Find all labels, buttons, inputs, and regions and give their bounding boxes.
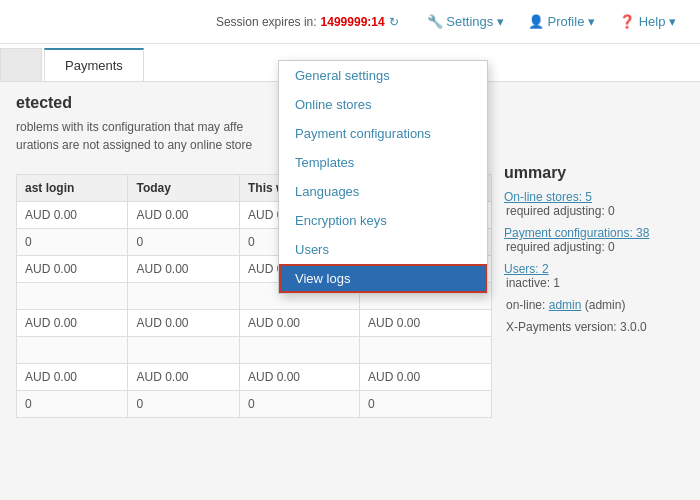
dropdown-item-payment-configurations[interactable]: Payment configurations [279, 119, 487, 148]
settings-dropdown: General settings Online stores Payment c… [278, 60, 488, 294]
table-row: AUD 0.00 AUD 0.00 AUD 0.00 AUD 0.00 [17, 310, 492, 337]
dropdown-item-online-stores[interactable]: Online stores [279, 90, 487, 119]
settings-nav[interactable]: 🔧 Settings ▾ [415, 6, 516, 37]
help-nav[interactable]: ❓ Help ▾ [607, 6, 688, 37]
summary-version: X-Payments version: 3.0.0 [504, 320, 684, 334]
table-row [17, 337, 492, 364]
top-bar: Session expires in: 1499999:14 ↻ 🔧 Setti… [0, 0, 700, 44]
online-stores-sub: required adjusting: 0 [504, 204, 684, 218]
help-icon: ❓ [619, 14, 635, 29]
summary-online-stores: On-line stores: 5 required adjusting: 0 [504, 190, 684, 218]
summary-panel: ummary On-line stores: 5 required adjust… [504, 164, 684, 418]
wrench-icon: 🔧 [427, 14, 443, 29]
help-label: Help [639, 14, 666, 29]
profile-label: Profile [548, 14, 585, 29]
session-timer: 1499999:14 [321, 15, 385, 29]
help-chevron: ▾ [669, 14, 676, 29]
table-row: 0 0 0 0 [17, 391, 492, 418]
dropdown-item-templates[interactable]: Templates [279, 148, 487, 177]
users-inactive: inactive: 1 [504, 276, 684, 290]
users-online: on-line: admin (admin) [504, 298, 684, 312]
profile-chevron: ▾ [588, 14, 595, 29]
settings-chevron: ▾ [497, 14, 504, 29]
dropdown-item-languages[interactable]: Languages [279, 177, 487, 206]
dropdown-item-encryption-keys[interactable]: Encryption keys [279, 206, 487, 235]
refresh-icon[interactable]: ↻ [389, 15, 399, 29]
version-text: X-Payments version: 3.0.0 [504, 320, 684, 334]
payment-configs-sub: required adjusting: 0 [504, 240, 684, 254]
summary-payment-configs: Payment configurations: 38 required adju… [504, 226, 684, 254]
payment-configs-link[interactable]: Payment configurations: 38 [504, 226, 684, 240]
dropdown-item-view-logs[interactable]: View logs [279, 264, 487, 293]
dropdown-item-users[interactable]: Users [279, 235, 487, 264]
profile-icon: 👤 [528, 14, 544, 29]
session-label: Session expires in: [216, 15, 317, 29]
dropdown-item-general-settings[interactable]: General settings [279, 61, 487, 90]
tab-payments[interactable]: Payments [44, 48, 144, 81]
summary-title: ummary [504, 164, 684, 182]
col-header-today: Today [128, 175, 239, 202]
col-header-login: ast login [17, 175, 128, 202]
admin-link[interactable]: admin [549, 298, 582, 312]
summary-users: Users: 2 inactive: 1 on-line: admin (adm… [504, 262, 684, 312]
settings-label: Settings [446, 14, 493, 29]
online-stores-link[interactable]: On-line stores: 5 [504, 190, 684, 204]
profile-nav[interactable]: 👤 Profile ▾ [516, 6, 607, 37]
table-row: AUD 0.00 AUD 0.00 AUD 0.00 AUD 0.00 [17, 364, 492, 391]
users-link[interactable]: Users: 2 [504, 262, 684, 276]
tab-unnamed[interactable] [0, 48, 42, 81]
